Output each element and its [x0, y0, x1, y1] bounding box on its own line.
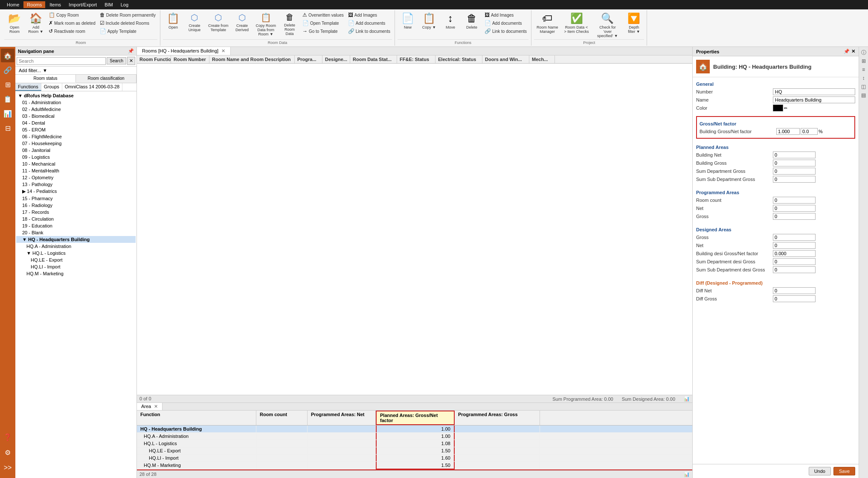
col-mech[interactable]: Mech... — [529, 55, 555, 63]
omniclass-sub-tab[interactable]: OmniClass 14 2006-03-28 — [62, 83, 122, 91]
area-col-room-count[interactable]: Room count — [256, 411, 308, 425]
area-col-prog-gross[interactable]: Programmed Areas: Gross — [455, 411, 540, 425]
copy-room-data-button[interactable]: 📋 Copy RoomData fromRoom ▼ — [253, 11, 279, 38]
sidebar-clipboard-icon[interactable]: 📋 — [1, 92, 15, 106]
col-ffe[interactable]: FF&E: Status — [397, 55, 435, 63]
list-item[interactable]: 19 - Education — [16, 222, 136, 229]
list-item[interactable]: 13 - Pathology — [16, 181, 136, 188]
list-item[interactable]: 16 - Radiology — [16, 202, 136, 209]
table-row[interactable]: HQ.A - Administration 1.00 — [137, 433, 692, 440]
open-button[interactable]: 📋 Open — [163, 11, 183, 31]
sum-dept-gross-field[interactable] — [773, 168, 816, 175]
check-over-specified-button[interactable]: 🔍 Check for 'overspecified' ▼ — [592, 11, 623, 39]
rooms-tab[interactable]: Rooms [HQ - Headquarters Building] ✕ — [137, 47, 231, 55]
menu-import-export[interactable]: Import/Export — [65, 1, 100, 8]
col-prog[interactable]: Progra... — [295, 55, 322, 63]
list-item[interactable]: 10 - Mechanical — [16, 160, 136, 167]
right-list-icon[interactable]: ≡ — [860, 66, 868, 73]
list-item[interactable]: 03 - Biomedical — [16, 113, 136, 120]
sidebar-home-icon[interactable]: 🏠 — [1, 49, 15, 62]
sidebar-network-icon[interactable]: 🔗 — [1, 63, 15, 77]
list-item[interactable]: HQ.M - Marketing — [16, 270, 136, 277]
room-name-manager-button[interactable]: 🏷 Room NameManager — [534, 11, 561, 35]
search-close-button[interactable]: ✕ — [127, 57, 135, 65]
menu-rooms[interactable]: Rooms — [23, 1, 45, 8]
right-panel-icon[interactable]: ◫ — [860, 83, 868, 90]
list-item[interactable]: HQ.LE - Export — [16, 256, 136, 263]
color-swatch[interactable] — [773, 105, 783, 111]
sum-area-icon[interactable]: 📊 — [684, 396, 690, 402]
col-name[interactable]: Room Name and Room Description — [209, 55, 295, 63]
col-des[interactable]: Designe... — [322, 55, 350, 63]
copy-room-button[interactable]: 📋 Copy Room — [47, 11, 97, 19]
list-item[interactable]: 09 - Logistics — [16, 154, 136, 160]
link-docs-rd-button[interactable]: 🔗 Link to documents — [346, 27, 392, 35]
table-row[interactable]: HQ.M - Marketing 1.50 — [137, 462, 692, 470]
color-edit-icon[interactable]: ✏ — [784, 106, 787, 111]
overwritten-values-button[interactable]: ⚠ Overwritten values — [301, 11, 345, 19]
link-docs-f-button[interactable]: 🔗 Link to documents — [483, 27, 528, 35]
sidebar-expand-icon[interactable]: >> — [1, 461, 15, 475]
new-button[interactable]: 📄 New — [398, 11, 418, 31]
sum-sub-dept-gross-field[interactable] — [773, 176, 816, 183]
groups-sub-tab[interactable]: Groups — [41, 83, 62, 91]
table-row[interactable]: HQ.LI - Import 1.60 — [137, 455, 692, 462]
depth-filter-button[interactable]: 🔽 Depthfilter ▼ — [624, 11, 644, 35]
area-tab[interactable]: Area ✕ — [137, 403, 163, 410]
sidebar-table-icon[interactable]: ⊟ — [1, 121, 15, 135]
create-from-template-button[interactable]: ⬡ Create fromTemplate — [206, 11, 231, 33]
table-row[interactable]: HQ - Headquarters Building 1.00 — [137, 426, 692, 433]
sum-sub-desi-field[interactable] — [773, 266, 816, 273]
list-item[interactable]: HQ.LI - Import — [16, 263, 136, 270]
room-count-field[interactable] — [773, 197, 816, 204]
sum-dept-desi-field[interactable] — [773, 258, 816, 265]
add-room-button[interactable]: 🏠 AddRoom ▼ — [26, 11, 46, 35]
list-item[interactable]: ▼ HQ.L - Logistics — [16, 250, 136, 256]
right-info-icon[interactable]: ⓘ — [860, 49, 868, 56]
add-images-rd-button[interactable]: 🖼 Add Images — [346, 11, 392, 19]
open-room-button[interactable]: 📂 OpenRoom — [4, 11, 25, 35]
add-images-f-button[interactable]: 🖼 Add Images — [483, 11, 528, 19]
list-item[interactable]: 11 - MentalHealth — [16, 167, 136, 174]
list-item[interactable]: 17 - Records — [16, 209, 136, 216]
tree-root[interactable]: ▼ dRofus Help Database — [16, 92, 136, 99]
add-docs-rd-button[interactable]: 📄 Add documents — [346, 19, 392, 27]
bldg-desi-gnf-field[interactable] — [773, 250, 816, 257]
right-filter-icon[interactable]: ▤ — [860, 91, 868, 99]
gross-net-value2[interactable] — [801, 128, 818, 135]
list-item[interactable]: 04 - Dental — [16, 120, 136, 126]
functions-sub-tab[interactable]: Functions — [15, 83, 41, 91]
add-filter-button[interactable]: Add filter... ▼ — [15, 67, 136, 75]
mark-deleted-button[interactable]: ✗ Mark room as deleted — [47, 19, 97, 27]
building-gross-field[interactable] — [773, 160, 816, 166]
number-field[interactable] — [773, 88, 855, 95]
delete-func-button[interactable]: 🗑 Delete — [462, 11, 482, 31]
table-row[interactable]: HQ.LE - Export 1.50 — [137, 447, 692, 455]
apply-template-button[interactable]: 📄 Apply Template — [98, 27, 157, 35]
right-sort-icon[interactable]: ↕ — [860, 74, 868, 82]
sidebar-settings-icon[interactable]: ⚙ — [1, 446, 15, 459]
tree-hq-item[interactable]: ▼ HQ - Headquarters Building — [16, 236, 136, 243]
props-close-icon[interactable]: ✕ — [851, 49, 855, 54]
menu-log[interactable]: Log — [117, 1, 132, 8]
search-input[interactable] — [17, 57, 106, 65]
menu-home[interactable]: Home — [3, 1, 23, 8]
list-item[interactable]: 05 - EROM — [16, 126, 136, 133]
col-rd-stat[interactable]: Room Data Stat... — [350, 55, 397, 63]
props-pin-icon[interactable]: 📌 — [844, 49, 850, 54]
prog-gross-field[interactable] — [773, 213, 816, 220]
undo-button[interactable]: Undo — [809, 467, 831, 475]
list-item[interactable]: 12 - Optometry — [16, 174, 136, 181]
list-item[interactable]: 06 - FlightMedicine — [16, 133, 136, 140]
copy-func-button[interactable]: 📋 Copy ▼ — [419, 11, 439, 31]
table-row[interactable]: HQ.L - Logistics 1.08 — [137, 440, 692, 447]
sidebar-chart-icon[interactable]: 📊 — [1, 107, 15, 120]
list-item[interactable]: 20 - Blank — [16, 229, 136, 236]
col-number[interactable]: Room Number — [171, 55, 209, 63]
delete-room-perm-button[interactable]: 🗑 Delete Room permanently — [98, 11, 157, 19]
list-item[interactable]: 02 - AdultMedicine — [16, 106, 136, 113]
right-grid-icon[interactable]: ⊞ — [860, 57, 868, 65]
diff-net-field[interactable] — [773, 287, 816, 294]
sidebar-items-icon[interactable]: ⊞ — [1, 78, 15, 91]
building-net-field[interactable] — [773, 152, 816, 158]
